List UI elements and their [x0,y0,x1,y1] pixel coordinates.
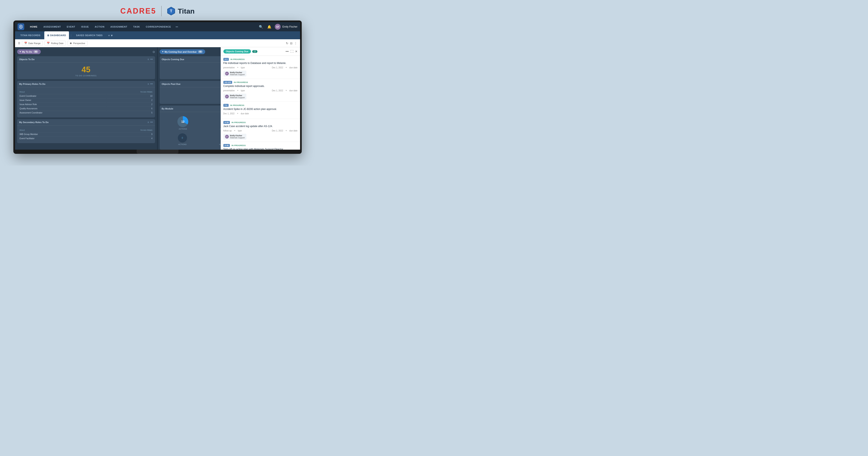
tab-saved-search[interactable]: SAVED SEARCH TABS [73,31,105,39]
object-status-3: IN PROGRESS [231,121,246,123]
app-logo-icon: T [19,25,23,29]
more-options-button[interactable]: ⋮ [294,41,297,45]
chart-actions2-label: Actions [178,143,187,146]
object-status-1: IN PROGRESS [234,81,248,83]
save-layout-button[interactable]: ⊟ [290,41,292,45]
titan-logo: T Titan [166,6,195,16]
monitor-stand [137,150,179,154]
secondary-filter-icon[interactable]: ≡ [148,121,149,124]
refresh-button[interactable]: ↻ [286,41,288,45]
chart-actions2: 0 Actions [178,133,187,146]
object-badge-1: AS-123 [223,81,232,84]
table-row: IMB Group Member9 [20,132,153,136]
calendar-icon: 📅 [24,42,27,44]
objects-expand-icon[interactable]: ⛶ [290,50,293,53]
my-todo-count: 40 [33,50,38,53]
filter-button[interactable]: ☰ [18,42,20,45]
object-title-4: Sign-off on action plan with Materials S… [223,148,298,150]
todo-count: 45 [19,65,153,74]
nav-task[interactable]: TASK [130,22,143,31]
date-range-button[interactable]: 📅 Date Range [22,41,43,45]
monitor: T HOME ASSESSMENT EVENT ISSUE ACTION ASS… [13,21,302,154]
object-item-header: A-40 IN PROGRESS [223,144,298,147]
table-row: Event Coordinator10 [20,94,153,98]
table-row: Issue Owner2 [20,98,153,102]
secondary-roles-body: Role To Do Items IMB Group Member9Event … [17,126,155,143]
my-todo-menu[interactable]: ⊙ [153,50,155,54]
object-user-0: EF Emily Fischer Materials Support [223,71,247,77]
nav-items: HOME ASSESSMENT EVENT ISSUE ACTION ASSIG… [27,22,258,31]
nav-issue[interactable]: ISSUE [78,22,92,31]
app-navbar: T HOME ASSESSMENT EVENT ISSUE ACTION ASS… [15,22,300,31]
objects-close-icon[interactable]: ✕ [295,50,298,53]
user-mini-avatar: EF [225,135,229,139]
nav-assessment[interactable]: ASSESSMENT [40,22,64,31]
widget-filter-icon[interactable]: ≡ [148,58,149,61]
nav-more-button[interactable]: ••• [174,26,180,28]
chevron2-down-icon: ▾ [162,50,163,53]
objects-panel-title-group: Objects Coming Due 12 [223,49,257,54]
primary-filter-icon[interactable]: ≡ [148,83,149,86]
calendar2-icon: 📅 [47,42,50,44]
object-user-3: EF Emily Fischer Materials Support [223,134,247,140]
objects-more-icon[interactable]: ••• [286,50,289,53]
object-title-3: Jack Case accident log update after AS-1… [223,125,298,128]
list-item[interactable]: A-40 IN PROGRESS Sign-off on action plan… [221,142,300,150]
nav-event[interactable]: EVENT [64,22,79,31]
donut-actions2: 0 [178,133,187,143]
svg-text:T: T [20,26,21,28]
objects-todo-header: Objects To Do ≡ ••• [17,56,155,63]
objects-list: A-1 IN PROGRESS File individual reports … [221,56,300,150]
primary-roles-header: My Primary Roles To Do ≡ ••• [17,81,155,87]
table-row: Quality Assurances6 [20,107,153,110]
primary-more-icon[interactable]: ••• [150,83,153,86]
object-user-1: EF Emily Fischer Materials Support [223,94,247,99]
list-item[interactable]: A-39 IN PROGRESS Jack Case accident log … [221,119,300,142]
tab-titan-records[interactable]: TITAN RECORDS [18,31,43,39]
widget-more-icon[interactable]: ••• [150,58,153,61]
coming-due-count: 40 [198,50,203,53]
nav-home[interactable]: HOME [27,22,40,31]
secondary-roles-widget: My Secondary Roles To Do ≡ ••• Role To D… [17,119,155,143]
objects-panel-header: Objects Coming Due 12 ••• ⛶ ✕ [221,47,300,56]
primary-roles-body: Role To Do Items Event Coordinator10Issu… [17,87,155,117]
sec-items-col-header: To Do Items [99,128,152,132]
primary-roles-widget: My Primary Roles To Do ≡ ••• Role To Do … [17,81,155,117]
tab-dashboard[interactable]: ⊞ DASHBOARD [44,31,69,39]
nav-logo[interactable]: T [18,23,24,30]
object-badge-3: A-39 [223,121,230,124]
main-content: ▾ My To Do 40 ⊙ Objects To Do ≡ ••• [15,47,300,150]
filter-icon: ☰ [18,42,20,45]
search-button[interactable]: 🔍 [258,24,264,30]
secondary-roles-title: My Secondary Roles To Do [19,121,146,123]
items-col-header: To Do Items [106,90,152,94]
secondary-more-icon[interactable]: ••• [150,121,153,124]
tab-add-button[interactable]: + ▾ [106,31,114,39]
role-col-header: Role [20,90,106,94]
list-item[interactable]: T-1 IN PROGRESS Accident Spike in JC-B20… [221,102,300,119]
rolling-date-button[interactable]: 📅 Rolling Date [44,41,66,45]
my-todo-header: ▾ My To Do 40 ⊙ [17,49,155,54]
chart-actions-label: Actions [177,128,188,130]
primary-roles-table: Role To Do Items Event Coordinator10Issu… [19,90,153,115]
nav-correspondence[interactable]: CORRESPONDENCE [143,22,174,31]
my-todo-badge[interactable]: ▾ My To Do 40 [17,49,41,54]
list-item[interactable]: A-1 IN PROGRESS File individual reports … [221,56,300,79]
objects-panel-actions: ••• ⛶ ✕ [286,50,298,53]
grid-icon: ⊞ [47,34,49,37]
notifications-button[interactable]: 🔔 [267,24,272,30]
chart-actions-coming: 12 Actions [177,116,188,130]
nav-assignment[interactable]: ASSIGNMENT [107,22,130,31]
perspective-button[interactable]: ◉ Perspective [67,41,87,45]
coming-due-badge[interactable]: ▾ My Coming Due and Overdue 40 [160,49,206,54]
list-item[interactable]: AS-123 IN PROGRESS Complete individual r… [221,79,300,102]
object-item-header: T-1 IN PROGRESS [223,104,298,107]
object-badge-2: T-1 [223,104,228,107]
monitor-screen: T HOME ASSESSMENT EVENT ISSUE ACTION ASS… [15,22,300,150]
user-menu[interactable]: EF Emily Fischer [275,24,297,30]
user-name: Emily Fischer [282,25,297,28]
primary-roles-title: My Primary Roles To Do [19,83,146,85]
nav-action[interactable]: ACTION [92,22,107,31]
donut-actions: 12 [177,116,188,127]
objects-coming-due-panel: Objects Coming Due 12 ••• ⛶ ✕ A-1 IN PRO… [221,47,300,150]
